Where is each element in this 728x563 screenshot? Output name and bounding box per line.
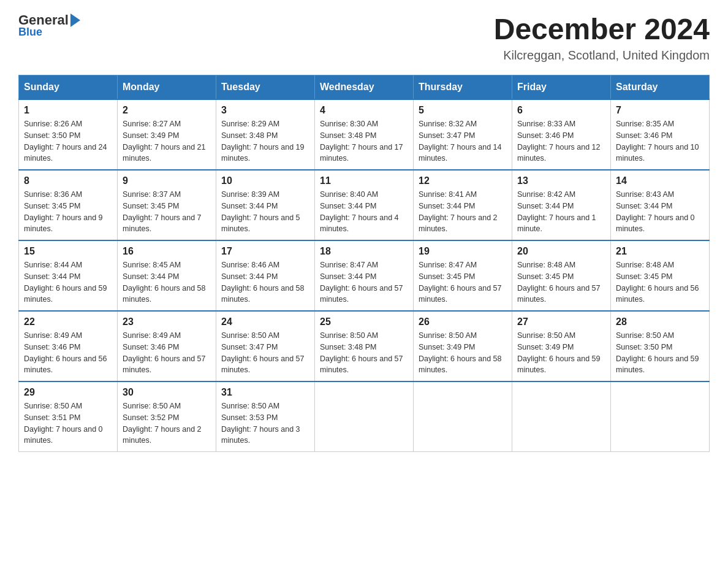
table-row: 21 Sunrise: 8:48 AMSunset: 3:45 PMDaylig… bbox=[611, 240, 710, 311]
calendar-week-row: 1 Sunrise: 8:26 AMSunset: 3:50 PMDayligh… bbox=[19, 99, 710, 170]
col-thursday: Thursday bbox=[414, 75, 512, 100]
day-number: 23 bbox=[123, 316, 211, 327]
day-number: 9 bbox=[123, 175, 211, 186]
calendar-week-row: 29 Sunrise: 8:50 AMSunset: 3:51 PMDaylig… bbox=[19, 381, 710, 452]
day-number: 14 bbox=[616, 175, 704, 186]
page-subtitle: Kilcreggan, Scotland, United Kingdom bbox=[494, 48, 710, 63]
day-number: 25 bbox=[320, 316, 408, 327]
day-info: Sunrise: 8:50 AMSunset: 3:49 PMDaylight:… bbox=[517, 330, 605, 376]
table-row: 6 Sunrise: 8:33 AMSunset: 3:46 PMDayligh… bbox=[512, 99, 611, 170]
logo: General Blue bbox=[18, 12, 80, 39]
table-row: 7 Sunrise: 8:35 AMSunset: 3:46 PMDayligh… bbox=[611, 99, 710, 170]
table-row: 16 Sunrise: 8:45 AMSunset: 3:44 PMDaylig… bbox=[118, 240, 216, 311]
table-row: 26 Sunrise: 8:50 AMSunset: 3:49 PMDaylig… bbox=[414, 311, 512, 381]
table-row: 25 Sunrise: 8:50 AMSunset: 3:48 PMDaylig… bbox=[315, 311, 414, 381]
table-row bbox=[315, 381, 414, 452]
day-info: Sunrise: 8:33 AMSunset: 3:46 PMDaylight:… bbox=[517, 118, 605, 164]
day-number: 22 bbox=[24, 316, 112, 327]
table-row: 2 Sunrise: 8:27 AMSunset: 3:49 PMDayligh… bbox=[118, 99, 216, 170]
table-row: 23 Sunrise: 8:49 AMSunset: 3:46 PMDaylig… bbox=[118, 311, 216, 381]
table-row bbox=[611, 381, 710, 452]
table-row: 24 Sunrise: 8:50 AMSunset: 3:47 PMDaylig… bbox=[216, 311, 315, 381]
col-wednesday: Wednesday bbox=[315, 75, 414, 100]
table-row: 30 Sunrise: 8:50 AMSunset: 3:52 PMDaylig… bbox=[118, 381, 216, 452]
day-info: Sunrise: 8:49 AMSunset: 3:46 PMDaylight:… bbox=[123, 330, 211, 376]
col-sunday: Sunday bbox=[19, 75, 118, 100]
day-info: Sunrise: 8:44 AMSunset: 3:44 PMDaylight:… bbox=[24, 259, 112, 305]
day-number: 30 bbox=[123, 387, 211, 398]
day-number: 28 bbox=[616, 316, 704, 327]
day-info: Sunrise: 8:48 AMSunset: 3:45 PMDaylight:… bbox=[517, 259, 605, 305]
table-row: 27 Sunrise: 8:50 AMSunset: 3:49 PMDaylig… bbox=[512, 311, 611, 381]
day-number: 2 bbox=[123, 105, 211, 116]
col-tuesday: Tuesday bbox=[216, 75, 315, 100]
table-row: 14 Sunrise: 8:43 AMSunset: 3:44 PMDaylig… bbox=[611, 170, 710, 240]
day-number: 31 bbox=[221, 387, 309, 398]
day-number: 7 bbox=[616, 105, 704, 116]
table-row: 10 Sunrise: 8:39 AMSunset: 3:44 PMDaylig… bbox=[216, 170, 315, 240]
table-row: 11 Sunrise: 8:40 AMSunset: 3:44 PMDaylig… bbox=[315, 170, 414, 240]
day-info: Sunrise: 8:29 AMSunset: 3:48 PMDaylight:… bbox=[221, 118, 309, 164]
day-number: 5 bbox=[419, 105, 507, 116]
title-section: December 2024 Kilcreggan, Scotland, Unit… bbox=[494, 12, 710, 63]
day-number: 20 bbox=[517, 246, 605, 257]
table-row: 15 Sunrise: 8:44 AMSunset: 3:44 PMDaylig… bbox=[19, 240, 118, 311]
day-info: Sunrise: 8:48 AMSunset: 3:45 PMDaylight:… bbox=[616, 259, 704, 305]
day-number: 1 bbox=[24, 105, 112, 116]
day-number: 17 bbox=[221, 246, 309, 257]
table-row: 9 Sunrise: 8:37 AMSunset: 3:45 PMDayligh… bbox=[118, 170, 216, 240]
table-row: 22 Sunrise: 8:49 AMSunset: 3:46 PMDaylig… bbox=[19, 311, 118, 381]
day-number: 21 bbox=[616, 246, 704, 257]
day-info: Sunrise: 8:40 AMSunset: 3:44 PMDaylight:… bbox=[320, 189, 408, 235]
calendar-week-row: 22 Sunrise: 8:49 AMSunset: 3:46 PMDaylig… bbox=[19, 311, 710, 381]
table-row: 17 Sunrise: 8:46 AMSunset: 3:44 PMDaylig… bbox=[216, 240, 315, 311]
day-number: 19 bbox=[419, 246, 507, 257]
day-info: Sunrise: 8:47 AMSunset: 3:45 PMDaylight:… bbox=[419, 259, 507, 305]
calendar-week-row: 8 Sunrise: 8:36 AMSunset: 3:45 PMDayligh… bbox=[19, 170, 710, 240]
day-number: 6 bbox=[517, 105, 605, 116]
day-info: Sunrise: 8:50 AMSunset: 3:49 PMDaylight:… bbox=[419, 330, 507, 376]
table-row: 1 Sunrise: 8:26 AMSunset: 3:50 PMDayligh… bbox=[19, 99, 118, 170]
page-header: General Blue December 2024 Kilcreggan, S… bbox=[18, 12, 710, 63]
col-saturday: Saturday bbox=[611, 75, 710, 100]
day-number: 16 bbox=[123, 246, 211, 257]
day-info: Sunrise: 8:49 AMSunset: 3:46 PMDaylight:… bbox=[24, 330, 112, 376]
day-info: Sunrise: 8:50 AMSunset: 3:53 PMDaylight:… bbox=[221, 400, 309, 446]
table-row: 18 Sunrise: 8:47 AMSunset: 3:44 PMDaylig… bbox=[315, 240, 414, 311]
day-info: Sunrise: 8:30 AMSunset: 3:48 PMDaylight:… bbox=[320, 118, 408, 164]
table-row: 13 Sunrise: 8:42 AMSunset: 3:44 PMDaylig… bbox=[512, 170, 611, 240]
day-info: Sunrise: 8:39 AMSunset: 3:44 PMDaylight:… bbox=[221, 189, 309, 235]
day-info: Sunrise: 8:26 AMSunset: 3:50 PMDaylight:… bbox=[24, 118, 112, 164]
day-number: 27 bbox=[517, 316, 605, 327]
day-info: Sunrise: 8:46 AMSunset: 3:44 PMDaylight:… bbox=[221, 259, 309, 305]
day-info: Sunrise: 8:42 AMSunset: 3:44 PMDaylight:… bbox=[517, 189, 605, 235]
table-row: 29 Sunrise: 8:50 AMSunset: 3:51 PMDaylig… bbox=[19, 381, 118, 452]
table-row: 3 Sunrise: 8:29 AMSunset: 3:48 PMDayligh… bbox=[216, 99, 315, 170]
col-monday: Monday bbox=[118, 75, 216, 100]
day-info: Sunrise: 8:35 AMSunset: 3:46 PMDaylight:… bbox=[616, 118, 704, 164]
day-number: 11 bbox=[320, 175, 408, 186]
table-row: 12 Sunrise: 8:41 AMSunset: 3:44 PMDaylig… bbox=[414, 170, 512, 240]
table-row: 5 Sunrise: 8:32 AMSunset: 3:47 PMDayligh… bbox=[414, 99, 512, 170]
day-number: 29 bbox=[24, 387, 112, 398]
calendar-header-row: Sunday Monday Tuesday Wednesday Thursday… bbox=[19, 75, 710, 100]
day-number: 12 bbox=[419, 175, 507, 186]
day-info: Sunrise: 8:50 AMSunset: 3:47 PMDaylight:… bbox=[221, 330, 309, 376]
day-info: Sunrise: 8:50 AMSunset: 3:51 PMDaylight:… bbox=[24, 400, 112, 446]
day-number: 13 bbox=[517, 175, 605, 186]
logo-triangle-icon bbox=[70, 13, 80, 27]
day-info: Sunrise: 8:50 AMSunset: 3:48 PMDaylight:… bbox=[320, 330, 408, 376]
page-title: December 2024 bbox=[494, 12, 710, 46]
calendar-table: Sunday Monday Tuesday Wednesday Thursday… bbox=[18, 75, 710, 452]
table-row bbox=[414, 381, 512, 452]
table-row: 31 Sunrise: 8:50 AMSunset: 3:53 PMDaylig… bbox=[216, 381, 315, 452]
day-number: 3 bbox=[221, 105, 309, 116]
day-info: Sunrise: 8:32 AMSunset: 3:47 PMDaylight:… bbox=[419, 118, 507, 164]
day-info: Sunrise: 8:36 AMSunset: 3:45 PMDaylight:… bbox=[24, 189, 112, 235]
table-row bbox=[512, 381, 611, 452]
day-number: 26 bbox=[419, 316, 507, 327]
table-row: 4 Sunrise: 8:30 AMSunset: 3:48 PMDayligh… bbox=[315, 99, 414, 170]
day-number: 24 bbox=[221, 316, 309, 327]
day-info: Sunrise: 8:27 AMSunset: 3:49 PMDaylight:… bbox=[123, 118, 211, 164]
day-number: 15 bbox=[24, 246, 112, 257]
